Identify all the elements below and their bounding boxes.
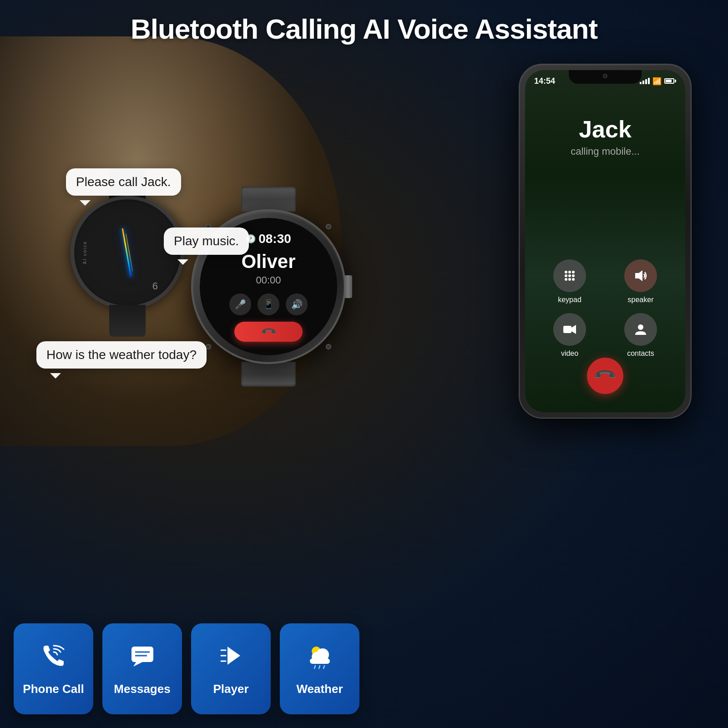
video-label: video	[561, 349, 578, 358]
watch-crown	[344, 275, 352, 298]
svg-marker-11	[571, 325, 576, 334]
contacts-btn-icon[interactable]	[624, 313, 657, 346]
volume-up-button[interactable]	[519, 156, 520, 174]
svg-marker-9	[635, 270, 642, 281]
ai-voice-label: AI voice	[82, 241, 87, 264]
phone-call-area: Jack calling mobile...	[525, 97, 685, 167]
phone-call-label: Phone Call	[23, 682, 84, 696]
feature-tile-weather[interactable]: Weather	[280, 623, 359, 714]
feature-tiles: Phone Call Messages Player	[14, 623, 359, 714]
feature-tile-messages[interactable]: Messages	[102, 623, 182, 714]
bubble-play-music: Play music.	[164, 228, 249, 255]
watch-small-number: 6	[152, 280, 158, 292]
phone: 14:54 📶	[519, 64, 692, 419]
phone-status-icons: 📶	[640, 77, 676, 86]
phone-end-call-button[interactable]: 📞	[587, 358, 623, 394]
phone-screen: 14:54 📶	[525, 70, 685, 412]
phone-caller-name: Jack	[579, 116, 632, 143]
svg-point-4	[568, 274, 571, 277]
video-btn-icon[interactable]	[553, 313, 586, 346]
phone-body: 14:54 📶	[519, 64, 692, 419]
svg-point-3	[565, 274, 567, 277]
watch-small-screen: AI voice 6	[74, 199, 181, 306]
speaker-label: speaker	[628, 296, 654, 304]
phone-keypad-btn[interactable]: keypad	[539, 259, 601, 304]
keypad-btn-icon[interactable]	[553, 259, 586, 292]
player-icon	[217, 642, 245, 675]
watch-band-top	[241, 187, 296, 212]
svg-rect-23	[310, 658, 330, 664]
svg-point-6	[565, 278, 567, 281]
watch-band-bottom	[241, 362, 296, 387]
phone-speaker-btn[interactable]: speaker	[610, 259, 672, 304]
svg-line-25	[319, 666, 320, 668]
watch-screw-br	[326, 344, 331, 349]
messages-label: Messages	[114, 682, 170, 696]
bubble-please-call: Please call Jack.	[66, 168, 181, 196]
svg-rect-13	[131, 647, 153, 662]
messages-icon	[129, 642, 156, 675]
svg-marker-14	[133, 662, 142, 667]
svg-rect-10	[563, 326, 571, 333]
voice-wave	[114, 225, 141, 280]
wifi-icon: 📶	[652, 77, 662, 86]
feature-tile-player[interactable]: Player	[191, 623, 271, 714]
watch-speaker-button[interactable]: 🔊	[286, 293, 308, 315]
watch-call-controls: 🎤 📱 🔊	[229, 293, 308, 315]
phone-call-icon	[40, 642, 67, 675]
svg-point-1	[568, 271, 571, 273]
keypad-label: keypad	[558, 296, 581, 304]
weather-icon	[306, 642, 334, 675]
page-title: Bluetooth Calling AI Voice Assistant	[0, 13, 728, 45]
phone-status-bar: 14:54 📶	[525, 70, 685, 88]
svg-point-2	[572, 271, 575, 273]
watch-end-call-button[interactable]: 📞	[234, 322, 303, 342]
watch-mic-button[interactable]: 🎤	[229, 293, 251, 315]
svg-point-5	[572, 274, 575, 277]
watch-small-band-bottom	[109, 305, 146, 337]
contacts-label: contacts	[627, 349, 654, 358]
svg-point-8	[572, 278, 575, 281]
battery-icon	[664, 78, 676, 84]
player-label: Player	[213, 682, 248, 696]
svg-line-26	[324, 666, 324, 668]
watch-caller-name: Oliver	[241, 251, 295, 273]
feature-tile-phone-call[interactable]: Phone Call	[14, 623, 93, 714]
signal-icon	[640, 78, 650, 84]
svg-point-12	[638, 324, 643, 330]
end-call-icon: 📞	[592, 363, 617, 388]
phone-caller-status: calling mobile...	[571, 146, 640, 157]
watch-phone-button[interactable]: 📱	[258, 293, 279, 315]
bubble-weather: How is the weather today?	[36, 341, 207, 369]
watch-call-duration: 00:00	[256, 274, 281, 286]
watch-screw-tr	[326, 224, 331, 229]
watch-time-row: 🕐 08:30	[246, 232, 291, 246]
power-button[interactable]	[691, 169, 692, 197]
svg-point-7	[568, 278, 571, 281]
phone-time: 14:54	[534, 76, 555, 86]
speaker-btn-icon[interactable]	[624, 259, 657, 292]
phone-contacts-btn[interactable]: contacts	[610, 313, 672, 358]
svg-line-24	[314, 666, 315, 668]
phone-call-buttons: keypad speaker	[525, 259, 685, 358]
phone-video-btn[interactable]: video	[539, 313, 601, 358]
svg-point-0	[565, 271, 567, 273]
phone-end-call-row: 📞	[525, 358, 685, 394]
volume-down-button[interactable]	[519, 181, 520, 199]
watch-time: 08:30	[258, 232, 291, 246]
weather-label: Weather	[296, 682, 343, 696]
